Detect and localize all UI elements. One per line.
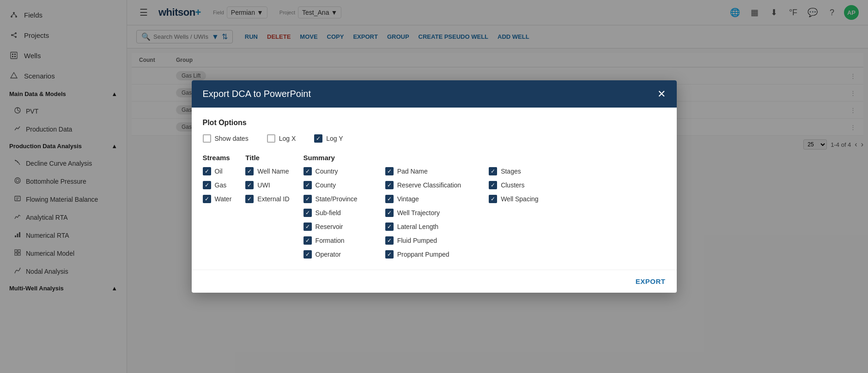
title-well-name-label: Well Name [257,168,289,175]
modal-overlay: Export DCA to PowerPoint ✕ Plot Options … [0,0,868,373]
log-y-check-icon: ✓ [316,136,321,141]
summary-clusters[interactable]: ✓ Clusters [489,181,538,189]
stream-gas-box: ✓ [203,181,211,189]
summary-fluid-pumped-label: Fluid Pumped [397,237,437,244]
summary-formation[interactable]: ✓ Formation [303,236,358,245]
summary-clusters-label: Clusters [501,181,524,189]
summary-title: Summary [303,154,652,162]
stream-oil-label: Oil [215,168,223,175]
log-x-box [267,134,275,143]
summary-reservoir[interactable]: ✓ Reservoir [303,223,358,231]
title-well-name[interactable]: ✓ Well Name [245,167,289,175]
title-external-id-box: ✓ [245,195,254,203]
title-uwi-label: UWI [257,181,270,189]
summary-country[interactable]: ✓ Country [303,167,358,175]
summary-sub-field-label: Sub-field [316,209,341,217]
streams-items: ✓ Oil ✓ Gas ✓ Water [203,167,232,203]
summary-fluid-pumped[interactable]: ✓ Fluid Pumped [385,236,461,245]
plot-options-row: Show dates Log X ✓ Log Y [203,134,666,143]
summary-proppant-pumped-label: Proppant Pumped [397,251,449,258]
summary-well-spacing-label: Well Spacing [501,195,538,203]
stream-water[interactable]: ✓ Water [203,195,232,203]
summary-stages-label: Stages [501,168,521,175]
summary-operator-label: Operator [316,251,341,258]
summary-reserve-classification[interactable]: ✓ Reserve Classification [385,181,461,189]
stream-water-box: ✓ [203,195,211,203]
summary-stages[interactable]: ✓ Stages [489,167,538,175]
title-group-title: Title [245,154,289,162]
summary-lateral-length[interactable]: ✓ Lateral Length [385,223,461,231]
summary-cols: ✓ Country ✓ County ✓ State/Province [303,167,652,259]
title-group: Title ✓ Well Name ✓ UWI ✓ External ID [245,154,289,259]
summary-state-province-label: State/Province [316,195,358,203]
summary-operator[interactable]: ✓ Operator [303,250,358,259]
columns-section: Streams ✓ Oil ✓ Gas ✓ Water [203,154,666,259]
summary-sub-field[interactable]: ✓ Sub-field [303,209,358,217]
summary-well-trajectory-label: Well Trajectory [397,209,440,217]
summary-well-spacing[interactable]: ✓ Well Spacing [489,195,538,203]
summary-county[interactable]: ✓ County [303,181,358,189]
show-dates-checkbox[interactable]: Show dates [203,134,249,143]
stream-gas[interactable]: ✓ Gas [203,181,232,189]
log-y-box: ✓ [314,134,322,143]
close-icon[interactable]: ✕ [657,89,666,99]
title-external-id-label: External ID [257,195,289,203]
summary-col1: ✓ Country ✓ County ✓ State/Province [303,167,358,259]
title-uwi-box: ✓ [245,181,254,189]
summary-county-label: County [316,181,336,189]
title-uwi[interactable]: ✓ UWI [245,181,289,189]
summary-state-province[interactable]: ✓ State/Province [303,195,358,203]
export-modal: Export DCA to PowerPoint ✕ Plot Options … [192,80,677,293]
show-dates-box [203,134,211,143]
summary-lateral-length-label: Lateral Length [397,223,439,230]
summary-vintage-label: Vintage [397,195,419,203]
summary-pad-name-label: Pad Name [397,168,428,175]
summary-pad-name[interactable]: ✓ Pad Name [385,167,461,175]
title-well-name-box: ✓ [245,167,254,175]
streams-group: Streams ✓ Oil ✓ Gas ✓ Water [203,154,232,259]
log-x-label: Log X [279,135,296,142]
plot-options-label: Plot Options [203,119,666,127]
summary-vintage[interactable]: ✓ Vintage [385,195,461,203]
summary-country-label: Country [316,168,338,175]
modal-footer: EXPORT [192,270,677,293]
stream-oil[interactable]: ✓ Oil [203,167,232,175]
modal-title: Export DCA to PowerPoint [203,89,311,99]
summary-col3: ✓ Stages ✓ Clusters ✓ Well Spacing [489,167,538,259]
export-modal-button[interactable]: EXPORT [636,277,666,285]
streams-title: Streams [203,154,232,162]
title-external-id[interactable]: ✓ External ID [245,195,289,203]
stream-water-label: Water [215,195,232,203]
modal-header: Export DCA to PowerPoint ✕ [192,80,677,108]
summary-well-trajectory[interactable]: ✓ Well Trajectory [385,209,461,217]
summary-col2: ✓ Pad Name ✓ Reserve Classification ✓ Vi… [385,167,461,259]
summary-proppant-pumped[interactable]: ✓ Proppant Pumped [385,250,461,259]
summary-formation-label: Formation [316,237,345,244]
stream-gas-label: Gas [215,181,227,189]
summary-reserve-classification-label: Reserve Classification [397,181,461,189]
summary-group: Summary ✓ Country ✓ County [303,154,652,259]
log-y-checkbox[interactable]: ✓ Log Y [314,134,343,143]
log-x-checkbox[interactable]: Log X [267,134,296,143]
modal-body: Plot Options Show dates Log X ✓ Log [192,108,677,270]
title-items: ✓ Well Name ✓ UWI ✓ External ID [245,167,289,203]
show-dates-label: Show dates [215,135,249,142]
stream-oil-box: ✓ [203,167,211,175]
summary-reservoir-label: Reservoir [316,223,343,230]
log-y-label: Log Y [326,135,343,142]
